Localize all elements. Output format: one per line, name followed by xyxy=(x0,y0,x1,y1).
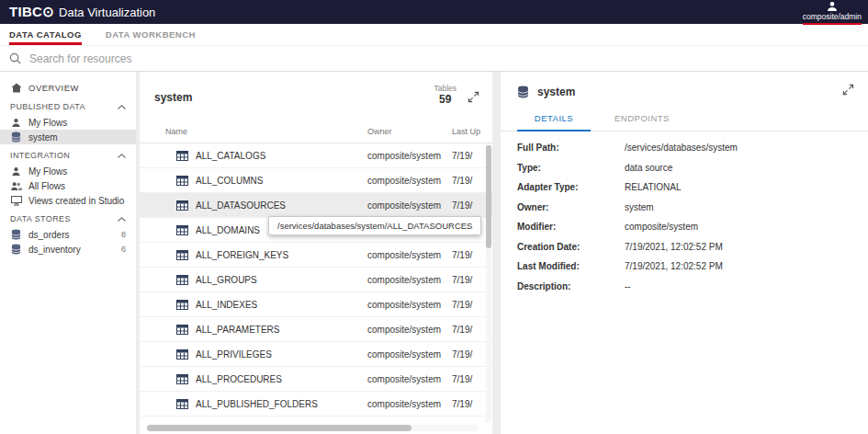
row-owner: composite/system xyxy=(367,399,452,409)
user-account-link[interactable]: composite/admin xyxy=(803,12,862,25)
flow-user-icon xyxy=(10,166,22,177)
field-label: Owner: xyxy=(517,202,625,212)
table-row[interactable]: ALL_INDEXES composite/system 7/19/ xyxy=(140,292,492,317)
detail-field: Creation Date: 7/19/2021, 12:02:52 PM xyxy=(501,237,868,257)
table-row[interactable]: ALL_GROUPS composite/system 7/19/ xyxy=(140,268,492,292)
details-panel-title: system xyxy=(537,86,575,98)
tables-count: Tables 59 xyxy=(434,84,457,106)
row-owner: composite/system xyxy=(367,176,452,186)
row-name: ALL_FOREIGN_KEYS xyxy=(196,250,367,260)
row-owner: composite/system xyxy=(367,275,452,285)
column-header-name: Name xyxy=(165,127,367,136)
field-value: composite/system xyxy=(625,222,698,232)
detail-field: Adapter Type: RELATIONAL xyxy=(501,177,868,198)
detail-field: Type: data source xyxy=(501,158,868,178)
field-value: data source xyxy=(625,163,672,173)
sidebar-item-label: ds_inventory xyxy=(28,245,81,255)
table-row[interactable]: ALL_COLUMNS composite/system 7/19/ xyxy=(140,168,492,193)
field-value: /services/databases/system xyxy=(625,143,738,153)
table-row[interactable]: ALL_FOREIGN_KEYS composite/system 7/19/ xyxy=(140,243,492,268)
sidebar-item-ds-orders[interactable]: ds_orders 8 xyxy=(0,227,136,242)
row-name: ALL_PRIVILEGES xyxy=(196,349,367,360)
chevron-up-icon xyxy=(118,105,126,109)
table-row[interactable]: ALL_PROCEDURES composite/system 7/19/ xyxy=(140,367,492,392)
row-owner: composite/system xyxy=(367,300,452,310)
tab-data-catalog[interactable]: DATA CATALOG xyxy=(9,24,82,45)
tab-data-workbench[interactable]: DATA WORKBENCH xyxy=(106,24,196,45)
detail-field: Description: -- xyxy=(501,277,868,297)
sidebar-item-overview[interactable]: OVERVIEW xyxy=(0,79,136,96)
row-owner: composite/system xyxy=(367,349,452,360)
tab-endpoints[interactable]: ENDPOINTS xyxy=(605,108,679,131)
database-icon xyxy=(517,86,529,98)
row-owner: composite/system xyxy=(367,151,452,161)
section-label: DATA STORES xyxy=(10,214,71,223)
table-row[interactable]: ALL_DATASOURCES composite/system 7/19/ xyxy=(140,193,492,218)
vertical-scrollbar[interactable] xyxy=(486,143,491,423)
row-name: ALL_GROUPS xyxy=(196,275,367,285)
table-row[interactable]: ALL_PRIVILEGES composite/system 7/19/ xyxy=(140,342,492,367)
detail-field: Full Path: /services/databases/system xyxy=(501,138,868,158)
database-icon xyxy=(10,131,22,143)
search-icon xyxy=(9,52,21,64)
table-grid-icon xyxy=(176,250,188,260)
monitor-icon xyxy=(10,196,22,206)
sidebar-item-system[interactable]: system xyxy=(0,130,136,144)
sidebar-item-all-flows[interactable]: All Flows xyxy=(0,178,136,193)
table-body: ALL_CATALOGS composite/system 7/19/ ALL_… xyxy=(140,143,492,417)
user-icon xyxy=(827,1,838,12)
row-name: ALL_INDEXES xyxy=(196,300,367,310)
row-name: ALL_DATASOURCES xyxy=(196,200,367,211)
sidebar-section-data-stores[interactable]: DATA STORES xyxy=(0,211,136,227)
field-label: Modifier: xyxy=(517,222,625,232)
user-account[interactable]: composite/admin xyxy=(803,1,862,25)
content-area: OVERVIEW PUBLISHED DATA My Flows system … xyxy=(0,72,868,434)
table-row[interactable]: ALL_PARAMETERS composite/system 7/19/ xyxy=(140,317,492,342)
field-label: Full Path: xyxy=(517,143,625,153)
table-grid-icon xyxy=(176,325,188,335)
sidebar-item-my-flows-published[interactable]: My Flows xyxy=(0,115,136,130)
main-nav: DATA CATALOG DATA WORKBENCH xyxy=(0,24,868,46)
table-grid-icon xyxy=(176,349,188,360)
table-grid-icon xyxy=(176,200,188,211)
chevron-up-icon xyxy=(118,154,126,158)
flows-people-icon xyxy=(10,181,22,191)
row-owner: composite/system xyxy=(367,325,452,335)
sidebar-section-integration[interactable]: INTEGRATION xyxy=(0,147,136,164)
table-grid-icon xyxy=(176,300,188,310)
flow-user-icon xyxy=(10,118,22,128)
sidebar-item-label: system xyxy=(28,132,58,143)
row-owner: composite/system xyxy=(367,374,452,384)
search-input[interactable] xyxy=(29,52,859,65)
table-row[interactable]: ALL_PUBLISHED_FOLDERS composite/system 7… xyxy=(140,392,492,417)
field-label: Adapter Type: xyxy=(517,182,625,192)
app-header: TIBC⊙ Data Virtualization composite/admi… xyxy=(0,0,868,24)
sidebar-item-my-flows-integration[interactable]: My Flows xyxy=(0,164,136,178)
detail-field: Owner: system xyxy=(501,198,868,218)
count-badge: 8 xyxy=(121,230,126,239)
horizontal-scrollbar[interactable] xyxy=(147,425,478,431)
field-label: Creation Date: xyxy=(517,242,625,252)
tab-details[interactable]: DETAILS xyxy=(517,108,591,131)
row-name: ALL_PARAMETERS xyxy=(196,325,367,335)
row-owner: composite/system xyxy=(367,200,452,211)
table-grid-icon xyxy=(176,225,188,235)
sidebar-item-ds-inventory[interactable]: ds_inventory 6 xyxy=(0,242,136,257)
column-header-owner: Owner xyxy=(367,127,452,136)
sidebar-section-published-data[interactable]: PUBLISHED DATA xyxy=(0,98,136,115)
sidebar-item-views-created-in-studio[interactable]: Views created in Studio xyxy=(0,193,136,208)
row-name: ALL_PUBLISHED_FOLDERS xyxy=(196,399,367,409)
section-label: INTEGRATION xyxy=(10,151,70,160)
table-row[interactable]: ALL_CATALOGS composite/system 7/19/ xyxy=(140,143,492,168)
table-grid-icon xyxy=(176,399,188,409)
expand-details-panel-button[interactable] xyxy=(842,84,854,96)
sidebar: OVERVIEW PUBLISHED DATA My Flows system … xyxy=(0,72,136,434)
table-column-headers: Name Owner Last Up xyxy=(140,120,492,143)
table-grid-icon xyxy=(176,176,188,186)
vertical-scrollbar-thumb[interactable] xyxy=(486,145,491,248)
horizontal-scrollbar-thumb[interactable] xyxy=(147,425,411,431)
section-label: PUBLISHED DATA xyxy=(10,102,85,111)
expand-table-panel-button[interactable] xyxy=(468,91,479,103)
detail-field: Last Modified: 7/19/2021, 12:02:52 PM xyxy=(501,257,868,277)
field-label: Last Modified: xyxy=(517,261,625,271)
